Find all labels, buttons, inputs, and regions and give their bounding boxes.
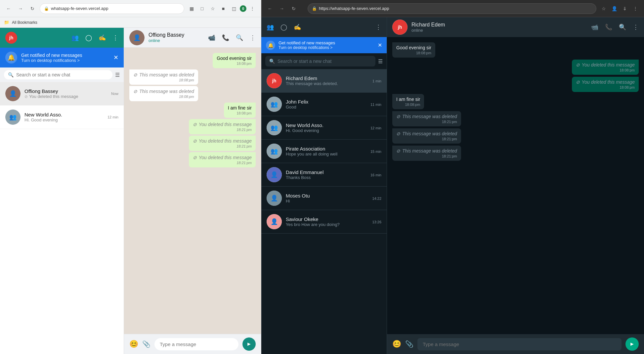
wa-chat-left: 👤 Offiong Bassey online 📹 📞 🔍 ⋮ <box>124 28 261 354</box>
notification-subtitle[interactable]: Turn on desktop notifications > <box>21 58 109 63</box>
r-menu-icon[interactable]: ⋮ <box>375 23 381 31</box>
r-profile-icon[interactable]: 👤 <box>610 4 619 13</box>
notification-close[interactable]: ✕ <box>113 54 118 61</box>
notification-icon: 🔔 <box>5 52 17 64</box>
search-chat-icon[interactable]: 🔍 <box>236 34 243 41</box>
r-video-call-icon[interactable]: 📹 <box>591 23 598 31</box>
chat-header-name: Offiong Bassey <box>149 32 204 38</box>
r-chat-time-pirate: 15 min <box>370 150 381 154</box>
r-back-button[interactable]: ← <box>265 4 275 13</box>
message-5: ⊘ You deleted this message 18:21:pm <box>189 119 256 134</box>
chat-meta-newworld: 12 min <box>107 115 118 119</box>
r-star-icon[interactable]: ☆ <box>599 4 608 13</box>
deleted-icon-3: ⊘ <box>133 89 137 94</box>
r-chat-name-john: John Felix <box>286 99 366 105</box>
community-icon[interactable]: 👥 <box>71 34 79 41</box>
message-6: ⊘ You deleted this message 18:21:pm <box>189 136 256 151</box>
deleted-text-6: ⊘ You deleted this message <box>193 138 252 144</box>
voice-call-icon[interactable]: 📞 <box>222 34 229 41</box>
message-7: ⊘ You deleted this message 18:21:pm <box>189 152 256 167</box>
split-icon[interactable]: ◫ <box>229 4 238 13</box>
r-msg-time-7: 18:21:pm <box>396 154 457 158</box>
r-chat-preview-moses: Hi <box>286 199 368 203</box>
wa-logo: jh <box>5 32 17 44</box>
filter-icon[interactable]: ☰ <box>115 72 120 78</box>
r-deleted-icon-3: ⊘ <box>576 79 580 85</box>
forward-button[interactable]: → <box>16 4 25 13</box>
r-chat-info-john: John Felix Good <box>286 99 366 110</box>
r-chat-time-nw: 12 min <box>370 126 381 130</box>
r-deleted-5: ⊘ This message was deleted <box>396 114 457 119</box>
search-input[interactable] <box>16 72 108 77</box>
r-msg-time-5: 18:21:pm <box>396 120 457 124</box>
avatar-offiong: 👤 <box>5 86 21 101</box>
chat-icon[interactable]: ✍ <box>99 34 106 41</box>
video-call-icon[interactable]: 📹 <box>208 34 215 41</box>
r-chat-header-name: Richard Edem <box>411 22 587 28</box>
r-download-icon[interactable]: ⇓ <box>620 4 629 13</box>
r-chat-item-nw[interactable]: 👥 New World Asso. Hi. Good evening 12 mi… <box>261 116 387 140</box>
chat-info-offiong: Offiong Bassey ⊘ You deleted this messag… <box>24 88 107 99</box>
screen-share-icon[interactable]: □ <box>197 4 207 13</box>
r-send-button[interactable]: ► <box>625 337 639 351</box>
r-filter-icon[interactable]: ☰ <box>378 58 383 65</box>
r-emoji-icon[interactable]: 😊 <box>392 340 401 348</box>
chat-item-offiong[interactable]: 👤 Offiong Bassey ⊘ You deleted this mess… <box>0 82 124 106</box>
r-message-7: ⊘ This message was deleted 18:21:pm <box>392 146 461 161</box>
msg-time-6: 18:21:pm <box>193 144 252 148</box>
r-chat-item-pirate[interactable]: 👥 Pirate Association Hope you are all do… <box>261 140 387 163</box>
r-search-placeholder: Search or start a new chat <box>278 59 331 64</box>
r-chat-meta-john: 11 min <box>370 101 381 107</box>
r-chat-header-icons: 📹 📞 🔍 ⋮ <box>591 23 639 31</box>
r-avatar-moses: 👤 <box>267 191 282 206</box>
r-voice-call-icon[interactable]: 📞 <box>605 23 612 31</box>
r-search-chat-icon[interactable]: 🔍 <box>619 23 626 31</box>
status-icon[interactable]: ◯ <box>85 34 92 41</box>
r-chat-input[interactable] <box>417 338 622 350</box>
r-notif-close[interactable]: ✕ <box>378 42 382 48</box>
chat-input-left[interactable] <box>154 338 238 350</box>
back-button[interactable]: ← <box>4 4 13 13</box>
msg-text-1: Good evening sir <box>217 56 252 61</box>
msg-time-3: 18:08:pm <box>133 95 194 99</box>
r-chat-item-david[interactable]: 👤 David Emmanuel Thanks Boss 16 min <box>261 163 387 187</box>
refresh-button[interactable]: ↻ <box>28 4 37 13</box>
chat-menu-icon[interactable]: ⋮ <box>250 34 256 41</box>
wa-app-right: 👥 ◯ ✍ ⋮ 🔔 Get notified of new messages T… <box>261 17 644 354</box>
attach-icon-left[interactable]: 📎 <box>142 340 150 348</box>
r-address-bar[interactable]: 🔒 https://whatsapp-fe-seven.vercel.app <box>308 3 596 14</box>
address-bar[interactable]: 🔒 whatsapp-fe-seven.vercel.app <box>40 3 184 14</box>
r-chat-meta-david: 16 min <box>370 172 381 178</box>
r-chat-icon[interactable]: ✍ <box>294 23 301 31</box>
r-refresh-button[interactable]: ↻ <box>289 4 298 13</box>
r-notif-subtitle[interactable]: Turn on desktop notifications > <box>279 45 374 50</box>
msg-time-5: 18:21:pm <box>193 128 252 132</box>
profile-badge[interactable]: 0 <box>240 5 246 12</box>
r-attach-icon[interactable]: 📎 <box>405 340 413 348</box>
chat-item-newworld[interactable]: 👥 New World Asso. Hi. Good evening 12 mi… <box>0 106 124 129</box>
r-chat-item-richard[interactable]: jh Richard Edem This message was deleted… <box>261 69 387 93</box>
r-status-icon[interactable]: ◯ <box>280 23 287 31</box>
chat-list-left: 👤 Offiong Bassey ⊘ You deleted this mess… <box>0 82 124 354</box>
msg-time-4: 18:08:pm <box>228 111 252 115</box>
r-chat-menu-icon[interactable]: ⋮ <box>633 23 639 31</box>
extension-icon[interactable]: ■ <box>219 4 228 13</box>
send-button-left[interactable]: ► <box>242 337 256 351</box>
r-chat-item-john[interactable]: 👥 John Felix Good 11 min <box>261 93 387 116</box>
r-forward-button[interactable]: → <box>277 4 286 13</box>
emoji-icon-left[interactable]: 😊 <box>129 340 138 348</box>
menu-icon[interactable]: ⋮ <box>112 34 118 41</box>
r-deleted-2: ⊘ You deleted this message <box>576 62 635 67</box>
r-chat-item-saviour[interactable]: 👤 Saviour Okeke Yes bro How are you doin… <box>261 210 387 234</box>
r-chat-item-moses[interactable]: 👤 Moses Otu Hi 14:22 <box>261 187 387 210</box>
r-msg-time-1: 18:08:pm <box>396 51 431 55</box>
message-3: ⊘ This message was deleted 18:08:pm <box>129 86 198 101</box>
star-icon[interactable]: ☆ <box>208 4 217 13</box>
r-community-icon[interactable]: 👥 <box>267 23 274 31</box>
deleted-text-3: ⊘ This message was deleted <box>133 89 194 94</box>
video-icon[interactable]: ▦ <box>187 4 196 13</box>
wa-app-left: jh 👥 ◯ ✍ ⋮ 🔔 Get notified of new message… <box>0 28 261 354</box>
r-chat-preview-pirate: Hope you are all doing well <box>286 152 366 156</box>
r-menu-button[interactable]: ⋮ <box>631 4 640 13</box>
menu-button[interactable]: ⋮ <box>248 4 257 13</box>
